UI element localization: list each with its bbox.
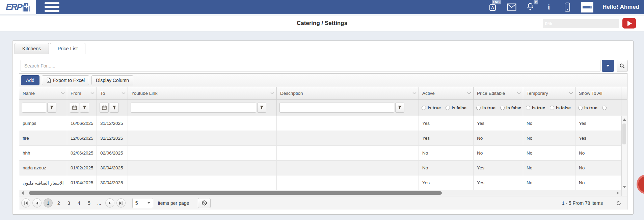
hamburger-menu-icon[interactable] — [45, 2, 59, 12]
search-input[interactable] — [21, 60, 600, 72]
cell-to: 31/12/2025 — [97, 131, 128, 145]
refresh-button[interactable] — [615, 199, 622, 207]
horizontal-scrollbar-thumb[interactable] — [29, 191, 442, 195]
vertical-scrollbar-thumb[interactable] — [622, 123, 626, 144]
grid-toolbar: Add x Export to Excel Display Column — [19, 74, 627, 87]
cell-to: 31/12/2025 — [97, 116, 128, 131]
cancel-filter-button[interactable] — [198, 198, 211, 208]
filter-input-description[interactable] — [279, 103, 394, 113]
horizontal-scrollbar[interactable] — [19, 190, 627, 196]
search-dropdown-button[interactable] — [602, 60, 614, 72]
filter-show-to-all-is-false[interactable] — [602, 106, 607, 110]
filter-price-editable-is-true[interactable]: is true — [476, 105, 495, 110]
cell-show-to-all: No — [575, 146, 621, 160]
tab-kitchens[interactable]: Kitchens — [15, 43, 49, 54]
cell-name: الاسعار الصافيه مليون — [19, 175, 67, 190]
tab-price-list[interactable]: Price List — [50, 43, 86, 54]
filter-icon — [50, 106, 54, 110]
chevron-down-icon[interactable] — [517, 92, 521, 94]
column-header-show-to-all[interactable]: Show To All — [575, 87, 621, 99]
column-header-to[interactable]: To — [97, 87, 128, 99]
filter-input-youtube[interactable] — [131, 103, 256, 113]
mail-icon[interactable] — [507, 2, 516, 12]
table-row[interactable]: nada azouz 01/02/2025 30/04/2025 No Yes … — [19, 161, 627, 175]
bell-icon[interactable]: 2 — [526, 2, 535, 12]
scroll-left-icon[interactable] — [20, 190, 25, 196]
page-size-select[interactable]: 5 — [132, 198, 153, 208]
table-row[interactable]: الاسعار الصافيه مليون 01/04/2025 30/04/2… — [19, 175, 627, 190]
cell-name: fire — [19, 131, 67, 145]
export-excel-button[interactable]: x Export to Excel — [42, 75, 89, 85]
scroll-right-icon[interactable] — [615, 190, 620, 196]
chevron-down-icon[interactable] — [412, 92, 417, 94]
youtube-play-button[interactable] — [622, 18, 636, 29]
page-button[interactable]: 4 — [75, 200, 83, 206]
mobile-icon[interactable] — [563, 2, 572, 12]
scroll-up-icon[interactable] — [622, 117, 627, 122]
chevron-down-icon[interactable] — [61, 92, 65, 94]
table-row[interactable]: hhh 02/06/2025 02/06/2025 No No No No — [19, 146, 627, 161]
first-page-button[interactable] — [21, 198, 30, 208]
last-page-icon — [119, 201, 123, 205]
cell-from: 01/02/2025 — [67, 161, 97, 175]
column-header-active[interactable]: Active — [419, 87, 474, 99]
column-header-price-editable[interactable]: Price Editable — [474, 87, 523, 99]
last-page-button[interactable] — [116, 198, 126, 208]
filter-active-is-true[interactable]: is true — [422, 105, 441, 110]
filter-icon — [112, 106, 116, 110]
vertical-scrollbar[interactable] — [621, 116, 627, 190]
column-header-name[interactable]: Name — [19, 87, 67, 99]
filter-button-name[interactable] — [47, 103, 56, 113]
add-button[interactable]: Add — [21, 75, 39, 85]
cell-from: 01/04/2025 — [67, 175, 97, 190]
language-icon[interactable]: A ENG — [488, 2, 498, 12]
next-page-button[interactable] — [105, 198, 114, 208]
page-ellipsis[interactable]: ... — [95, 200, 103, 206]
chevron-down-icon[interactable] — [270, 92, 274, 94]
chevron-down-icon[interactable] — [569, 92, 573, 94]
scroll-down-icon[interactable] — [622, 184, 627, 190]
page-button-current[interactable]: 1 — [44, 198, 53, 208]
cell-youtube — [128, 161, 277, 175]
cell-name: pumps — [19, 116, 67, 131]
filter-icon — [260, 106, 264, 110]
filter-price-editable-is-false[interactable]: is false — [500, 105, 521, 110]
avatar[interactable] — [581, 2, 593, 12]
filter-active-is-false[interactable]: is false — [446, 105, 466, 110]
search-button[interactable] — [617, 60, 628, 72]
chevron-down-icon[interactable] — [467, 92, 471, 94]
page-header-bar: Catering / Settings 0% — [0, 16, 644, 31]
page-button[interactable]: 5 — [85, 200, 93, 206]
page-button[interactable]: 3 — [65, 200, 73, 206]
prev-page-button[interactable] — [32, 198, 42, 208]
cell-to: 02/06/2025 — [97, 146, 128, 160]
info-icon[interactable]: i — [544, 2, 554, 12]
filter-button-description[interactable] — [395, 103, 404, 113]
column-header-temporary[interactable]: Temporary — [523, 87, 575, 99]
cell-description — [277, 116, 419, 131]
notification-badge: 2 — [534, 0, 538, 4]
chevron-down-icon[interactable] — [122, 92, 126, 94]
floating-action-button[interactable] — [637, 174, 644, 194]
display-column-button[interactable]: Display Column — [91, 75, 133, 85]
filter-temporary-is-true[interactable]: is true — [526, 105, 545, 110]
table-row[interactable]: fire 12/06/2025 31/12/2025 Yes No No Yes — [19, 131, 627, 146]
filter-button-to[interactable] — [110, 103, 119, 113]
app-window: ERP A ENG 2 i — [0, 0, 644, 220]
user-greeting[interactable]: Hello! Ahmed — [602, 4, 639, 10]
filter-button-youtube[interactable] — [257, 103, 266, 113]
column-header-description[interactable]: Description — [277, 87, 419, 99]
column-header-youtube[interactable]: Youtube Link — [128, 87, 277, 99]
chevron-down-icon[interactable] — [90, 92, 95, 94]
table-row[interactable]: pumps 16/06/2025 31/12/2025 Yes Yes No Y… — [19, 116, 627, 131]
page-button[interactable]: 2 — [55, 200, 63, 206]
filter-show-to-all-is-true[interactable]: is true — [578, 105, 597, 110]
caret-down-icon — [147, 202, 150, 204]
filter-temporary-is-false[interactable]: is false — [550, 105, 571, 110]
date-picker-to[interactable] — [100, 103, 109, 113]
cell-price-editable: No — [474, 131, 523, 145]
date-picker-from[interactable] — [70, 103, 79, 113]
column-header-from[interactable]: From — [67, 87, 97, 99]
filter-input-name[interactable] — [22, 103, 46, 113]
filter-button-from[interactable] — [80, 103, 89, 113]
